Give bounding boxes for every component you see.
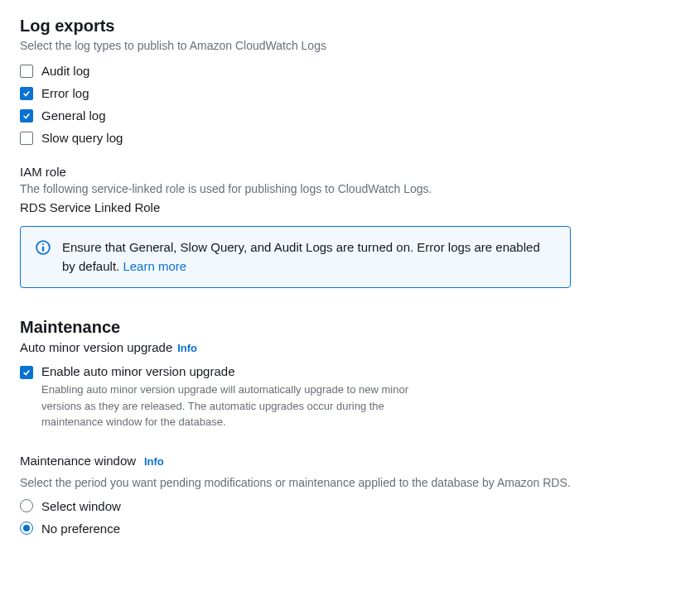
info-alert: Ensure that General, Slow Query, and Aud… xyxy=(20,226,571,288)
radio-icon xyxy=(20,499,33,512)
log-exports-heading: Log exports xyxy=(20,17,680,36)
info-link-maintenance-window[interactable]: Info xyxy=(144,455,164,468)
radio-label: No preference xyxy=(41,521,120,536)
checkbox-enable-auto-upgrade[interactable]: Enable auto minor version upgrade Enabli… xyxy=(20,364,680,430)
checkbox-icon xyxy=(20,109,33,123)
maintenance-heading: Maintenance xyxy=(20,318,680,337)
checkbox-general-log[interactable]: General log xyxy=(20,108,680,123)
radio-label: Select window xyxy=(41,499,121,513)
checkbox-icon xyxy=(20,132,33,145)
checkbox-label: General log xyxy=(41,108,106,123)
checkbox-error-log[interactable]: Error log xyxy=(20,86,680,100)
maintenance-window-label: Maintenance window xyxy=(20,454,136,468)
iam-role-desc: The following service-linked role is use… xyxy=(20,182,680,195)
radio-select-window[interactable]: Select window xyxy=(20,499,680,513)
iam-role-label: IAM role xyxy=(20,165,680,179)
checkbox-audit-log[interactable]: Audit log xyxy=(20,64,680,78)
radio-no-preference[interactable]: No preference xyxy=(20,521,680,536)
checkbox-desc: Enabling auto minor version upgrade will… xyxy=(41,382,422,430)
checkbox-slow-query-log[interactable]: Slow query log xyxy=(20,131,680,145)
info-icon xyxy=(36,240,51,255)
auto-upgrade-label: Auto minor version upgrade xyxy=(20,340,172,354)
checkbox-icon xyxy=(20,87,33,100)
checkbox-label: Enable auto minor version upgrade xyxy=(41,364,422,378)
checkbox-icon xyxy=(20,65,33,78)
maintenance-window-desc: Select the period you want pending modif… xyxy=(20,476,680,489)
info-text: Ensure that General, Slow Query, and Aud… xyxy=(62,238,555,276)
radio-icon xyxy=(20,521,33,535)
checkbox-label: Audit log xyxy=(41,64,89,78)
checkbox-label: Error log xyxy=(41,86,89,100)
checkbox-icon xyxy=(20,366,33,379)
log-exports-desc: Select the log types to publish to Amazo… xyxy=(20,39,680,52)
info-link-auto-upgrade[interactable]: Info xyxy=(177,342,197,354)
checkbox-label: Slow query log xyxy=(41,131,123,145)
rds-role-name: RDS Service Linked Role xyxy=(20,200,680,214)
svg-point-2 xyxy=(42,243,44,245)
learn-more-link[interactable]: Learn more xyxy=(123,259,186,273)
